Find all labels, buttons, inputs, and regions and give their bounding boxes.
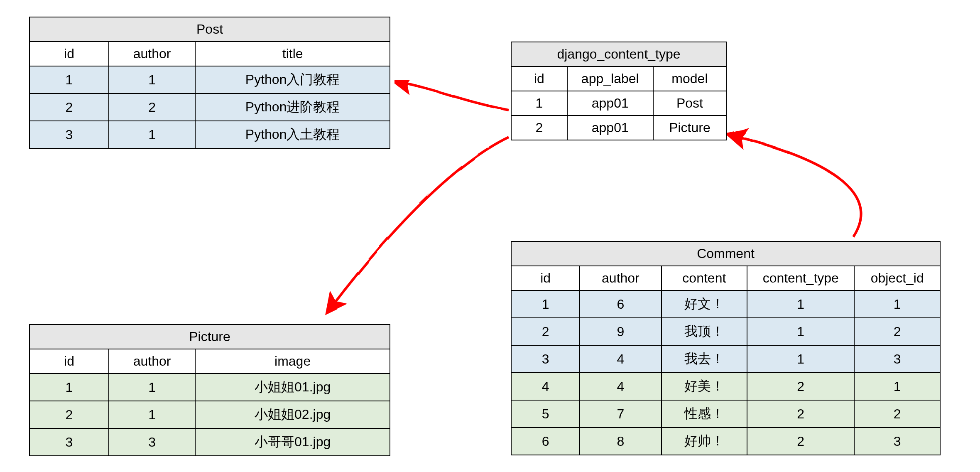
table-row: 11小姐姐01.jpg: [29, 374, 390, 401]
table-cell: 1: [747, 290, 854, 318]
table-row: 21小姐姐02.jpg: [29, 401, 390, 428]
table-cell: Python入土教程: [195, 121, 390, 148]
table-cell: 6: [511, 428, 580, 455]
table-cell: Post: [653, 91, 726, 116]
column-header: title: [195, 42, 390, 66]
column-header: author: [109, 349, 195, 374]
table-cell: 2: [511, 318, 580, 345]
table-cell: 4: [580, 345, 661, 373]
table-cell: 小姐姐02.jpg: [195, 401, 390, 428]
table-cell: 1: [747, 318, 854, 345]
table-cell: 7: [580, 400, 661, 428]
column-header: id: [511, 66, 567, 91]
arrow-ct-to-picture: [334, 137, 509, 303]
column-header: id: [29, 349, 109, 374]
table-cell: 3: [511, 345, 580, 373]
column-header: content_type: [747, 266, 854, 290]
arrow-comment-to-ct: [739, 137, 861, 237]
table-row: 11Python入门教程: [29, 66, 390, 93]
table-cell: 3: [29, 121, 109, 148]
table-cell: 9: [580, 318, 661, 345]
table-cell: 1: [511, 91, 567, 116]
table-cell: Python入门教程: [195, 66, 390, 93]
table-row: 29我顶！12: [511, 318, 940, 345]
column-header: app_label: [567, 66, 653, 91]
table-cell: 4: [511, 373, 580, 400]
table-cell: 2: [109, 93, 195, 121]
table-row: 2app01Picture: [511, 116, 726, 140]
table-row: 1app01Post: [511, 91, 726, 116]
comment-title: Comment: [511, 241, 940, 266]
table-cell: 8: [580, 428, 661, 455]
arrow-ct-to-post: [405, 83, 509, 110]
table-cell: 1: [109, 121, 195, 148]
table-cell: 好美！: [662, 373, 747, 400]
table-row: 68好帅！23: [511, 428, 940, 455]
table-cell: 3: [109, 428, 195, 456]
table-cell: 4: [580, 373, 661, 400]
table-cell: 2: [747, 373, 854, 400]
table-header-row: idauthortitle: [29, 42, 390, 66]
picture-title: Picture: [29, 324, 390, 349]
table-cell: 3: [29, 428, 109, 456]
comment-table: Comment idauthorcontentcontent_typeobjec…: [511, 241, 941, 455]
table-cell: 1: [109, 401, 195, 428]
column-header: author: [580, 266, 661, 290]
table-cell: 1: [29, 66, 109, 93]
table-cell: 3: [854, 345, 940, 373]
table-header-row: idapp_labelmodel: [511, 66, 726, 91]
table-cell: 1: [109, 374, 195, 401]
column-header: author: [109, 42, 195, 66]
content-type-title: django_content_type: [511, 42, 726, 66]
table-cell: 2: [747, 428, 854, 455]
table-cell: 2: [854, 318, 940, 345]
post-title: Post: [29, 17, 390, 42]
table-cell: 好文！: [662, 290, 747, 318]
table-cell: 6: [580, 290, 661, 318]
table-header-row: idauthorcontentcontent_typeobject_id: [511, 266, 940, 290]
table-cell: 2: [29, 401, 109, 428]
table-cell: 3: [854, 428, 940, 455]
content-type-table: django_content_type idapp_labelmodel 1ap…: [511, 42, 727, 140]
column-header: model: [653, 66, 726, 91]
table-cell: 我去！: [662, 345, 747, 373]
table-cell: 2: [854, 400, 940, 428]
table-row: 44好美！21: [511, 373, 940, 400]
table-cell: 小姐姐01.jpg: [195, 374, 390, 401]
table-cell: 1: [29, 374, 109, 401]
table-row: 22Python进阶教程: [29, 93, 390, 121]
table-cell: 2: [747, 400, 854, 428]
table-row: 33小哥哥01.jpg: [29, 428, 390, 456]
table-row: 34我去！13: [511, 345, 940, 373]
column-header: id: [29, 42, 109, 66]
table-cell: 2: [29, 93, 109, 121]
table-cell: 1: [511, 290, 580, 318]
table-cell: app01: [567, 116, 653, 140]
column-header: image: [195, 349, 390, 374]
table-cell: 5: [511, 400, 580, 428]
table-cell: 1: [854, 373, 940, 400]
table-cell: 1: [747, 345, 854, 373]
table-cell: Python进阶教程: [195, 93, 390, 121]
table-header-row: idauthorimage: [29, 349, 390, 374]
table-cell: app01: [567, 91, 653, 116]
table-cell: 我顶！: [662, 318, 747, 345]
column-header: content: [662, 266, 747, 290]
post-table: Post idauthortitle 11Python入门教程22Python进…: [29, 17, 390, 149]
table-cell: 2: [511, 116, 567, 140]
table-cell: Picture: [653, 116, 726, 140]
table-cell: 性感！: [662, 400, 747, 428]
table-cell: 好帅！: [662, 428, 747, 455]
table-cell: 小哥哥01.jpg: [195, 428, 390, 456]
table-row: 57性感！22: [511, 400, 940, 428]
table-cell: 1: [109, 66, 195, 93]
table-cell: 1: [854, 290, 940, 318]
picture-table: Picture idauthorimage 11小姐姐01.jpg21小姐姐02…: [29, 324, 390, 456]
table-row: 31Python入土教程: [29, 121, 390, 148]
column-header: object_id: [854, 266, 940, 290]
column-header: id: [511, 266, 580, 290]
table-row: 16好文！11: [511, 290, 940, 318]
